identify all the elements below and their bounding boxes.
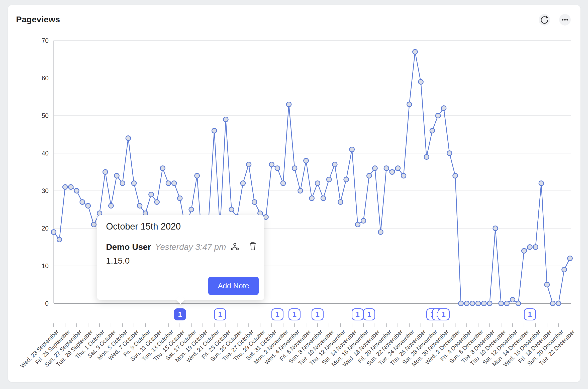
data-point[interactable] (384, 166, 389, 171)
data-point[interactable] (338, 200, 343, 205)
annotation-badge[interactable]: 1 (524, 308, 536, 320)
annotation-badge[interactable]: 1 (312, 308, 324, 320)
data-point[interactable] (195, 173, 200, 178)
data-point[interactable] (436, 113, 440, 118)
data-point[interactable] (453, 173, 458, 178)
data-point[interactable] (372, 166, 377, 171)
annotation-badge[interactable]: 1 (363, 308, 375, 320)
data-point[interactable] (562, 267, 567, 272)
data-point[interactable] (545, 282, 549, 287)
data-point[interactable] (550, 301, 555, 306)
data-point[interactable] (522, 249, 526, 253)
data-point[interactable] (51, 230, 56, 235)
data-point[interactable] (459, 301, 463, 306)
annotation-badge[interactable]: 1 (174, 308, 186, 320)
data-point[interactable] (114, 173, 119, 178)
data-point[interactable] (57, 237, 62, 242)
data-point[interactable] (430, 128, 435, 133)
data-point[interactable] (286, 102, 291, 107)
data-point[interactable] (533, 245, 538, 250)
data-point[interactable] (510, 297, 515, 302)
data-point[interactable] (103, 170, 108, 174)
data-point[interactable] (418, 80, 423, 84)
data-point[interactable] (137, 204, 142, 208)
data-point[interactable] (63, 185, 67, 189)
data-point[interactable] (464, 301, 469, 306)
y-axis-label: 40 (42, 150, 49, 157)
data-point[interactable] (487, 301, 492, 306)
data-point[interactable] (493, 226, 498, 231)
data-point[interactable] (361, 219, 366, 223)
data-point[interactable] (355, 222, 360, 227)
data-point[interactable] (269, 162, 274, 167)
data-point[interactable] (109, 204, 113, 208)
data-point[interactable] (481, 301, 486, 306)
data-point[interactable] (568, 256, 572, 261)
data-point[interactable] (327, 177, 331, 182)
data-point[interactable] (86, 204, 90, 208)
data-point[interactable] (246, 162, 251, 167)
data-point[interactable] (556, 301, 561, 306)
data-point[interactable] (332, 162, 337, 167)
data-point[interactable] (143, 211, 148, 216)
data-point[interactable] (527, 245, 532, 250)
data-point[interactable] (413, 50, 418, 54)
add-note-button[interactable]: Add Note (208, 277, 259, 295)
data-point[interactable] (350, 147, 354, 152)
data-point[interactable] (401, 173, 406, 178)
data-point[interactable] (505, 301, 509, 306)
data-point[interactable] (470, 301, 475, 306)
data-point[interactable] (132, 181, 136, 186)
data-point[interactable] (189, 207, 194, 212)
data-point[interactable] (516, 301, 521, 306)
data-point[interactable] (252, 200, 257, 205)
data-point[interactable] (91, 222, 96, 227)
data-point[interactable] (378, 230, 383, 235)
data-point[interactable] (407, 102, 412, 107)
delete-note-button[interactable] (247, 241, 258, 252)
data-point[interactable] (292, 166, 297, 171)
annotation-badge[interactable]: 1 (438, 308, 450, 320)
data-point[interactable] (74, 188, 79, 193)
annotation-badge[interactable]: 1 (352, 308, 364, 320)
data-point[interactable] (539, 181, 544, 186)
data-point[interactable] (223, 117, 228, 122)
data-point[interactable] (367, 173, 371, 178)
data-point[interactable] (258, 211, 263, 216)
data-point[interactable] (68, 185, 73, 189)
annotation-badge[interactable]: 1 (271, 308, 283, 320)
data-point[interactable] (126, 136, 131, 141)
data-point[interactable] (304, 158, 309, 163)
data-point[interactable] (310, 196, 314, 201)
data-point[interactable] (298, 188, 303, 193)
data-point[interactable] (160, 166, 165, 171)
data-point[interactable] (120, 181, 125, 186)
chart-svg[interactable]: 010203040506070 (8, 5, 580, 382)
data-point[interactable] (390, 170, 395, 174)
annotation-badge[interactable]: 1 (288, 308, 301, 320)
data-point[interactable] (241, 181, 245, 186)
data-point[interactable] (476, 301, 480, 306)
data-point[interactable] (97, 211, 102, 216)
data-point[interactable] (263, 215, 268, 220)
data-point[interactable] (155, 200, 159, 205)
data-point[interactable] (177, 196, 182, 201)
data-point[interactable] (80, 200, 85, 205)
data-point[interactable] (172, 181, 176, 186)
data-point[interactable] (499, 301, 504, 306)
data-point[interactable] (441, 106, 446, 111)
data-point[interactable] (344, 177, 349, 182)
data-point[interactable] (166, 181, 171, 186)
annotation-badge[interactable]: 1 (214, 308, 226, 320)
data-point[interactable] (321, 196, 326, 201)
data-point[interactable] (275, 166, 280, 171)
data-point[interactable] (149, 192, 154, 197)
data-point[interactable] (424, 155, 429, 159)
data-point[interactable] (229, 207, 234, 212)
network-icon[interactable] (231, 243, 239, 251)
data-point[interactable] (315, 181, 320, 186)
data-point[interactable] (447, 151, 452, 156)
data-point[interactable] (396, 166, 400, 171)
data-point[interactable] (212, 128, 217, 133)
data-point[interactable] (281, 181, 285, 186)
